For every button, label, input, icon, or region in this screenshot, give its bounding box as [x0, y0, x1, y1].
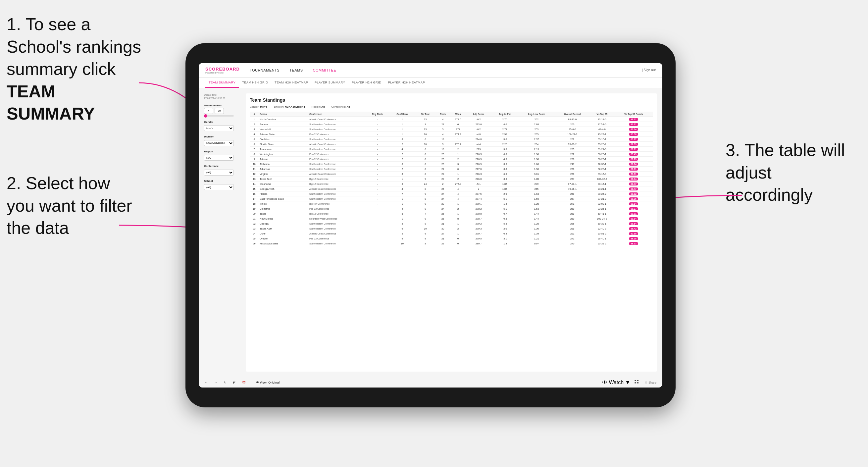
- cell-low: 209: [518, 182, 555, 186]
- cell-low: 1.85: [518, 177, 555, 182]
- cell-conference: Big 12 Conference: [308, 182, 365, 186]
- col-overall: Overall Record: [555, 112, 590, 117]
- share-btn[interactable]: ⇧ Share: [643, 380, 658, 385]
- cell-pts: 80.36: [614, 196, 653, 201]
- cell-rank: 16: [250, 191, 259, 196]
- cell-school: New Mexico: [259, 216, 308, 221]
- filter-max-input[interactable]: [215, 108, 224, 114]
- cell-conference: Pac-12 Conference: [308, 236, 365, 241]
- table-row: 26 Mississippi State Southeastern Confer…: [250, 241, 653, 246]
- cell-tour: 9: [415, 236, 435, 241]
- table-row: 2 Auburn Southeastern Conference - 1 9 2…: [250, 122, 653, 127]
- tab-team-summary[interactable]: TEAM SUMMARY: [205, 77, 239, 88]
- cell-school: Arizona State: [259, 132, 308, 137]
- filter-school-select[interactable]: (All): [204, 184, 234, 190]
- nav-teams[interactable]: TEAMS: [289, 68, 303, 72]
- cell-overall: 268: [555, 157, 590, 162]
- cell-reg: -: [365, 206, 390, 211]
- col-school: School: [259, 112, 308, 117]
- cell-low: 1.28: [518, 221, 555, 226]
- toolbar-clock[interactable]: ⏰: [240, 380, 248, 385]
- table-row: 4 Arizona State Pac-12 Conference - 1 26…: [250, 132, 653, 137]
- cell-rank: 15: [250, 186, 259, 191]
- cell-crank: 1: [390, 117, 415, 122]
- cell-overall: 97-21-1: [555, 182, 590, 186]
- cell-low: 265: [518, 186, 555, 191]
- cell-wins: 274.2: [451, 132, 466, 137]
- tab-player-h2h-heatmap[interactable]: PLAYER H2H HEATMAP: [384, 77, 428, 88]
- cell-overall: 95-29-2: [555, 142, 590, 147]
- cell-adj: 276.0: [466, 177, 492, 182]
- cell-pts: 80.71: [614, 166, 653, 172]
- cell-tour: 10: [415, 226, 435, 231]
- cell-par: -5.0: [492, 137, 518, 142]
- cell-par: -5.1: [492, 206, 518, 211]
- cell-rnds: 23: [435, 201, 451, 206]
- cell-rank: 24: [250, 231, 259, 236]
- cell-conference: Southeastern Conference: [308, 162, 365, 166]
- nav-tournaments[interactable]: TOURNAMENTS: [250, 68, 280, 72]
- tab-player-summary[interactable]: PLAYER SUMMARY: [311, 77, 348, 88]
- cell-conference: Southeastern Conference: [308, 127, 365, 132]
- cell-low: 2.37: [518, 137, 555, 142]
- cell-adj: 277.0: [466, 166, 492, 172]
- cell-rank: 20: [250, 211, 259, 216]
- nav-committee[interactable]: COMMITTEE: [313, 68, 337, 72]
- cell-wins: 1: [451, 152, 466, 157]
- toolbar-back[interactable]: ←: [203, 380, 210, 385]
- cell-par: 1.85: [492, 182, 518, 186]
- toolbar-copy[interactable]: ◤: [231, 380, 238, 385]
- cell-low: 1.90: [518, 166, 555, 172]
- cell-pts: 88.38: [614, 236, 653, 241]
- watch-btn[interactable]: 👁 Watch ▼: [602, 379, 630, 385]
- cell-crank: 5: [390, 231, 415, 236]
- col-reg-rank: Reg Rank: [365, 112, 390, 117]
- cell-wins: 2: [451, 157, 466, 162]
- cell-pts: 85.58: [614, 132, 653, 137]
- cell-rank: 17: [250, 196, 259, 201]
- cell-reg: -: [365, 157, 390, 162]
- tab-team-h2h-grid[interactable]: TEAM H2H GRID: [239, 77, 271, 88]
- cell-crank: 1: [390, 216, 415, 221]
- filter-gender-select[interactable]: Men's Women's: [204, 125, 234, 131]
- tab-team-h2h-heatmap[interactable]: TEAM H2H HEATMAP: [271, 77, 311, 88]
- toolbar-forward[interactable]: →: [212, 380, 219, 385]
- cell-par: 2.52: [492, 132, 518, 137]
- cell-pts: 80.02: [614, 191, 653, 196]
- cell-rank: 18: [250, 201, 259, 206]
- cell-crank: 2: [390, 157, 415, 162]
- cell-par: -5.1: [492, 196, 518, 201]
- toolbar-refresh[interactable]: ↻: [222, 380, 228, 385]
- cell-overall: 271: [555, 236, 590, 241]
- view-original-btn[interactable]: 👁 View: Original: [256, 381, 280, 384]
- cell-wins: 1: [451, 201, 466, 206]
- cell-adj: -6.2: [466, 117, 492, 122]
- filter-conference-label: Conference: [204, 165, 241, 167]
- cell-school: Virginia: [259, 172, 308, 177]
- cell-school: Mississippi State: [259, 241, 308, 246]
- filter-min-input[interactable]: [204, 108, 213, 114]
- cell-rnds: 23: [435, 152, 451, 157]
- table-row: 10 Alabama Southeastern Conference - 5 8…: [250, 162, 653, 166]
- filter-division-select[interactable]: NCAA Division I NCAA Division II NCAA Di…: [204, 140, 234, 146]
- tab-player-h2h-grid[interactable]: PLAYER H2H GRID: [348, 77, 384, 88]
- main-content: Update time: 27/03/2024 16:56:26 Minimum…: [199, 88, 662, 377]
- cell-wins: 1: [451, 221, 466, 226]
- cell-low: 1.86: [518, 162, 555, 166]
- sign-out-link[interactable]: | Sign out: [642, 68, 656, 72]
- cell-par: -1.4: [492, 201, 518, 206]
- filter-region-select[interactable]: N/A All: [204, 155, 234, 161]
- cell-rank: 6: [250, 142, 259, 147]
- filter-conference-select[interactable]: (All): [204, 169, 234, 176]
- cell-vs25: 63-15-1: [590, 137, 614, 142]
- cell-vs25: 86-26-1: [590, 157, 614, 162]
- cell-wins: 0: [451, 241, 466, 246]
- grid-icon: ☷: [634, 379, 639, 385]
- table-row: 19 California Pac-12 Conference - 4 8 24…: [250, 206, 653, 211]
- cell-wins: 2: [451, 147, 466, 152]
- cell-conference: Pac-12 Conference: [308, 132, 365, 137]
- filter-slider-track[interactable]: [204, 115, 234, 117]
- cell-crank: 3: [390, 211, 415, 216]
- cell-school: Arkansas: [259, 166, 308, 172]
- cell-low: 1.98: [518, 152, 555, 157]
